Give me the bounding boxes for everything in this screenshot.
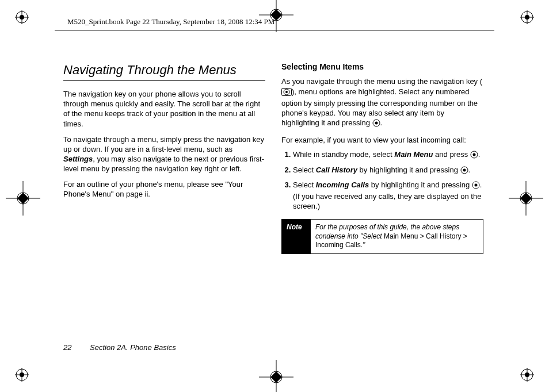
crop-mark-icon <box>6 181 40 216</box>
svg-point-36 <box>375 122 378 125</box>
crop-mark-icon <box>259 0 293 32</box>
list-item: While in standby mode, select Main Menu … <box>293 149 483 161</box>
text: . <box>478 150 481 159</box>
paragraph: For example, if you want to view your la… <box>281 135 483 145</box>
note-text: For the purposes of this guide, the abov… <box>311 220 483 253</box>
section-name: Section 2A. Phone Basics <box>90 343 176 352</box>
ok-key-icon <box>460 166 468 176</box>
text: ." <box>361 241 365 249</box>
text: Select <box>293 180 316 189</box>
text: Select <box>293 166 316 174</box>
text: , you may also navigate to the next or p… <box>63 155 264 173</box>
list-item: Select Call History by highlighting it a… <box>293 165 483 176</box>
page-number: 22 <box>63 343 71 352</box>
ok-key-icon <box>472 181 480 191</box>
section-heading: Selecting Menu Items <box>281 62 483 72</box>
registration-mark-icon <box>15 10 29 24</box>
list-item: Select Incoming Calls by highlighting it… <box>293 180 483 211</box>
left-column: Navigating Through the Menus The navigat… <box>63 62 265 254</box>
text: To navigate through a menu, simply press… <box>63 135 264 153</box>
svg-point-42 <box>474 183 477 186</box>
header-text: M520_Sprint.book Page 22 Thursday, Septe… <box>67 17 274 26</box>
note-box: Note For the purposes of this guide, the… <box>281 219 483 254</box>
svg-point-34 <box>285 91 288 93</box>
text-bold: Settings <box>63 155 93 163</box>
navigation-key-icon <box>281 88 292 98</box>
paragraph: For an outline of your phone's menu, ple… <box>63 179 265 199</box>
text: . <box>468 166 471 174</box>
ok-key-icon <box>470 151 478 161</box>
page-footer: 22 Section 2A. Phone Basics <box>63 343 176 352</box>
svg-point-40 <box>463 168 466 171</box>
text: by highlighting it and pressing <box>357 166 460 174</box>
right-column: Selecting Menu Items As you navigate thr… <box>281 62 483 254</box>
page-title: Navigating Through the Menus <box>63 62 265 81</box>
text-bold: Call History <box>316 166 357 174</box>
paragraph: To navigate through a menu, simply press… <box>63 134 265 174</box>
steps-list: While in standby mode, select Main Menu … <box>281 149 483 211</box>
registration-mark-icon <box>520 10 534 24</box>
text: and press <box>433 150 470 159</box>
text-bold: Incoming Calls <box>316 180 369 189</box>
crop-mark-icon <box>259 360 293 392</box>
note-label: Note <box>282 220 311 253</box>
text: by highlighting it and pressing <box>369 180 472 189</box>
crop-mark-icon <box>509 181 543 216</box>
paragraph: As you navigate through the menu using t… <box>281 76 483 129</box>
paragraph: The navigation key on your phone allows … <box>63 89 265 129</box>
registration-mark-icon <box>15 368 29 382</box>
text: . <box>380 118 383 127</box>
text: As you navigate through the menu using t… <box>281 77 482 86</box>
registration-mark-icon <box>520 368 534 382</box>
ok-key-icon <box>372 119 380 129</box>
page-content: Navigating Through the Menus The navigat… <box>63 62 483 254</box>
text: While in standby mode, select <box>293 150 394 159</box>
svg-point-38 <box>472 153 475 156</box>
text-bold: Main Menu <box>394 150 433 159</box>
